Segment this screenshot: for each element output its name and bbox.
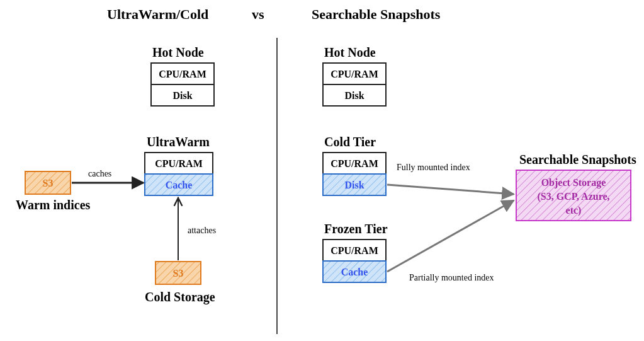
- cold-tier-heading: Cold Tier: [324, 135, 376, 149]
- left-ultrawarm-row1: CPU/RAM: [155, 158, 203, 169]
- cold-tier-box: CPU/RAM Disk: [323, 153, 386, 195]
- s3-cold-label: S3: [173, 268, 184, 279]
- left-hot-node-row1: CPU/RAM: [159, 69, 206, 79]
- frozen-tier-box: CPU/RAM Cache: [323, 240, 386, 282]
- left-hot-node-box: CPU/RAM Disk: [151, 63, 214, 106]
- title-left: UltraWarm/Cold: [107, 6, 208, 22]
- left-ultrawarm-box: CPU/RAM Cache: [145, 153, 213, 195]
- left-hot-node-row2: Disk: [172, 90, 192, 101]
- cold-tier-row2: Disk: [344, 180, 364, 190]
- arrow-attaches-label: attaches: [188, 226, 216, 235]
- left-ultrawarm-row2: Cache: [166, 180, 193, 190]
- object-storage-l1: Object Storage: [541, 177, 606, 188]
- arrow-fully-mounted: [387, 185, 514, 194]
- s3-warm-label: S3: [43, 178, 54, 188]
- right-hot-node-heading: Hot Node: [324, 45, 376, 59]
- cold-tier-row1: CPU/RAM: [330, 158, 378, 169]
- right-hot-node-row1: CPU/RAM: [330, 69, 378, 79]
- right-hot-node-box: CPU/RAM Disk: [323, 63, 386, 106]
- object-storage-l3: etc): [566, 205, 582, 216]
- left-ultrawarm-heading: UltraWarm: [147, 135, 210, 149]
- arrow-partially-mounted: [387, 200, 514, 272]
- title-vs: vs: [252, 6, 264, 22]
- fully-mounted-label: Fully mounted index: [397, 163, 470, 172]
- warm-indices-label: Warm indices: [16, 198, 91, 212]
- title-right: Searchable Snapshots: [312, 6, 441, 22]
- frozen-tier-heading: Frozen Tier: [324, 222, 388, 236]
- arrow-caches-label: caches: [88, 169, 111, 178]
- frozen-tier-row2: Cache: [341, 267, 368, 277]
- frozen-tier-row1: CPU/RAM: [330, 245, 378, 256]
- cold-storage-label: Cold Storage: [145, 290, 215, 304]
- right-hot-node-row2: Disk: [344, 90, 364, 101]
- partially-mounted-label: Partially mounted index: [409, 273, 494, 282]
- object-storage-l2: (S3, GCP, Azure,: [537, 191, 609, 202]
- searchable-snapshots-heading: Searchable Snapshots: [519, 153, 636, 167]
- left-hot-node-heading: Hot Node: [152, 45, 204, 59]
